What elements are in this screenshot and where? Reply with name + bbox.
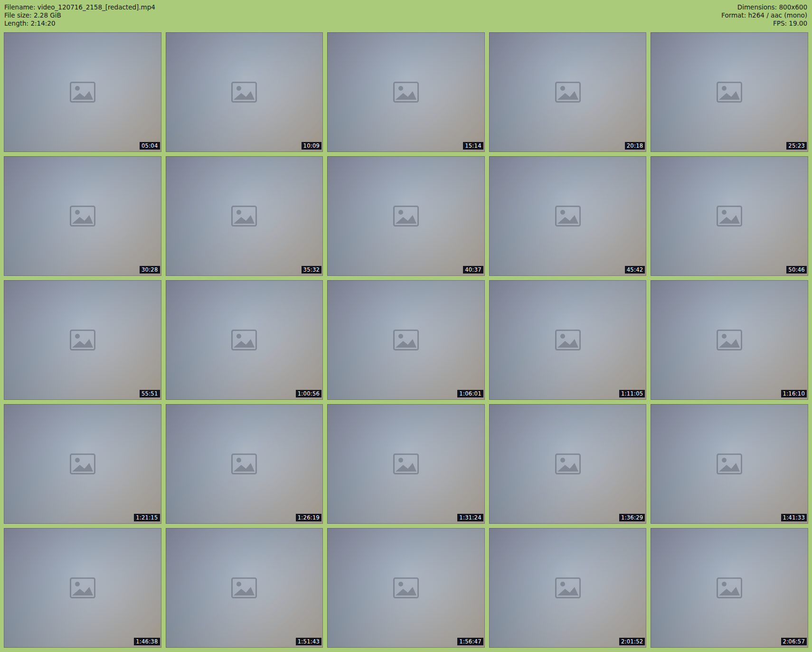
image-placeholder-icon <box>393 206 419 227</box>
thumbnail-placeholder: 1:56:47 <box>327 528 485 648</box>
fps-value: 19.00 <box>789 19 807 27</box>
fps-label: FPS: <box>773 19 787 27</box>
image-placeholder-icon <box>70 206 95 227</box>
timestamp-badge: 2:01:52 <box>619 638 645 645</box>
timestamp-badge: 45:42 <box>625 266 645 274</box>
timestamp-badge: 1:00:56 <box>296 390 321 397</box>
timestamp-badge: 1:41:33 <box>781 514 807 521</box>
image-placeholder-icon <box>231 454 257 474</box>
image-placeholder-icon <box>717 330 742 350</box>
image-placeholder-icon <box>555 454 581 474</box>
thumbnail-placeholder: 1:51:43 <box>166 528 323 648</box>
thumbnail-placeholder: 1:06:01 <box>327 280 485 400</box>
thumbnail-placeholder: 1:46:38 <box>4 528 161 648</box>
image-placeholder-icon <box>393 82 419 103</box>
thumbnail-placeholder: 45:42 <box>489 156 647 276</box>
length-label: Length: <box>4 19 28 27</box>
image-placeholder-icon <box>717 82 742 103</box>
filesize-value: 2.28 GiB <box>34 11 61 19</box>
image-placeholder-icon <box>70 330 95 350</box>
metadata-left-block: Filename: video_120716_2158_[redacted].m… <box>4 3 155 27</box>
timestamp-badge: 1:46:38 <box>134 638 160 645</box>
dimensions-value: 800x600 <box>779 3 807 11</box>
filesize-line: File size: 2.28 GiB <box>4 11 155 19</box>
dimensions-line: Dimensions: 800x600 <box>721 3 807 11</box>
format-value: h264 / aac (mono) <box>748 11 807 19</box>
image-placeholder-icon <box>555 82 581 103</box>
image-placeholder-icon <box>393 454 419 474</box>
thumbnail-placeholder: 1:16:10 <box>651 280 808 400</box>
timestamp-badge: 10:09 <box>302 142 322 150</box>
image-placeholder-icon <box>717 577 742 598</box>
format-line: Format: h264 / aac (mono) <box>721 11 807 19</box>
image-placeholder-icon <box>717 206 742 227</box>
thumbnail-placeholder: 40:37 <box>327 156 485 276</box>
image-placeholder-icon <box>393 577 419 598</box>
image-placeholder-icon <box>555 330 581 350</box>
filename-label: Filename: <box>4 3 35 11</box>
image-placeholder-icon <box>555 206 581 227</box>
thumbnail-placeholder: 30:28 <box>4 156 161 276</box>
fps-line: FPS: 19.00 <box>721 19 807 28</box>
metadata-right-block: Dimensions: 800x600 Format: h264 / aac (… <box>721 3 807 27</box>
thumbnail-placeholder: 25:23 <box>651 32 808 152</box>
image-placeholder-icon <box>393 330 419 350</box>
thumbnail-placeholder: 1:31:24 <box>327 404 485 524</box>
image-placeholder-icon <box>231 82 257 103</box>
image-placeholder-icon <box>555 577 581 598</box>
thumbnail-placeholder: 10:09 <box>166 32 323 152</box>
thumbnail-placeholder: 1:26:19 <box>166 404 323 524</box>
timestamp-badge: 1:06:01 <box>457 390 483 397</box>
image-placeholder-icon <box>70 577 95 598</box>
timestamp-badge: 1:31:24 <box>457 514 483 521</box>
timestamp-badge: 40:37 <box>463 266 483 274</box>
thumbnail-placeholder: 1:36:29 <box>489 404 647 524</box>
image-placeholder-icon <box>70 454 95 474</box>
timestamp-badge: 1:56:47 <box>457 638 483 645</box>
thumbnail-placeholder: 05:04 <box>4 32 161 152</box>
image-placeholder-icon <box>717 454 742 474</box>
filename-value: video_120716_2158_[redacted].mp4 <box>38 3 155 11</box>
timestamp-badge: 1:11:05 <box>619 390 645 397</box>
thumbnail-placeholder: 2:01:52 <box>489 528 647 648</box>
image-placeholder-icon <box>231 206 257 227</box>
image-placeholder-icon <box>231 330 257 350</box>
timestamp-badge: 55:51 <box>140 390 160 397</box>
thumbnail-placeholder: 20:18 <box>489 32 647 152</box>
thumbnail-placeholder: 2:06:57 <box>651 528 808 648</box>
length-value: 2:14:20 <box>30 19 55 27</box>
thumbnail-placeholder: 1:00:56 <box>166 280 323 400</box>
timestamp-badge: 1:26:19 <box>296 514 321 521</box>
timestamp-badge: 30:28 <box>140 266 160 274</box>
format-label: Format: <box>721 11 746 19</box>
filename-line: Filename: video_120716_2158_[redacted].m… <box>4 3 155 11</box>
timestamp-badge: 25:23 <box>786 142 807 150</box>
thumbnail-placeholder: 55:51 <box>4 280 161 400</box>
video-contact-sheet: Filename: video_120716_2158_[redacted].m… <box>0 0 812 652</box>
thumbnail-placeholder: 15:14 <box>327 32 485 152</box>
timestamp-badge: 1:21:15 <box>134 514 160 521</box>
timestamp-badge: 35:32 <box>302 266 322 274</box>
thumbnail-placeholder: 1:11:05 <box>489 280 647 400</box>
timestamp-badge: 50:46 <box>786 266 807 274</box>
metadata-header: Filename: video_120716_2158_[redacted].m… <box>0 0 812 29</box>
thumbnail-placeholder: 1:41:33 <box>651 404 808 524</box>
timestamp-badge: 20:18 <box>625 142 645 150</box>
image-placeholder-icon <box>70 82 95 103</box>
thumbnail-placeholder: 50:46 <box>651 156 808 276</box>
timestamp-badge: 1:16:10 <box>781 390 807 397</box>
timestamp-badge: 05:04 <box>140 142 160 150</box>
timestamp-badge: 1:51:43 <box>296 638 321 645</box>
filesize-label: File size: <box>4 11 32 19</box>
image-placeholder-icon <box>231 577 257 598</box>
timestamp-badge: 2:06:57 <box>781 638 807 645</box>
thumbnail-placeholder: 1:21:15 <box>4 404 161 524</box>
dimensions-label: Dimensions: <box>737 3 777 11</box>
length-line: Length: 2:14:20 <box>4 19 155 28</box>
thumbnail-grid: 05:0410:0915:1420:1825:2330:2835:3240:37… <box>0 29 812 652</box>
timestamp-badge: 1:36:29 <box>619 514 645 521</box>
thumbnail-placeholder: 35:32 <box>166 156 323 276</box>
timestamp-badge: 15:14 <box>463 142 483 150</box>
